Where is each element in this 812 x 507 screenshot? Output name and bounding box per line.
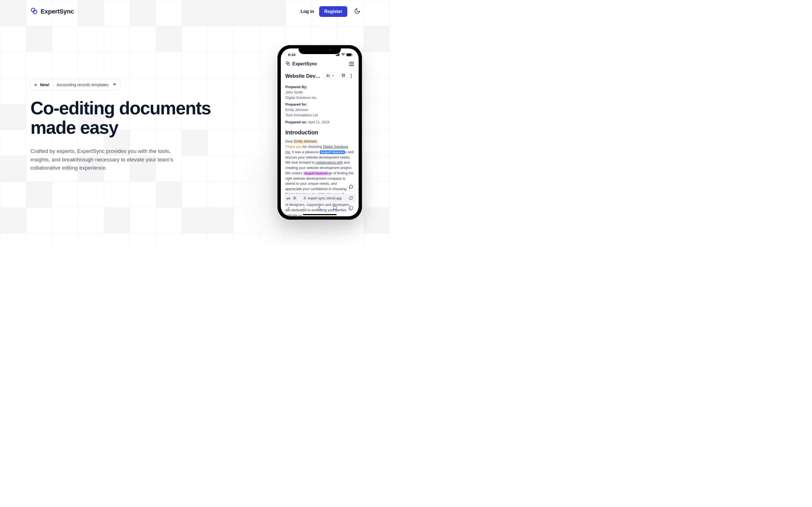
chevron-down-icon: [332, 74, 335, 78]
site-header: ExpertSync Log in Register: [0, 0, 393, 23]
svg-point-15: [351, 77, 352, 78]
lock-icon: [303, 196, 306, 200]
svg-point-13: [351, 74, 352, 75]
status-time: 8:34: [288, 53, 296, 57]
svg-rect-7: [347, 54, 351, 55]
prepared-for-name: Emily Johnson: [285, 107, 354, 113]
back-button[interactable]: [286, 206, 291, 212]
document-header: Website Devel…: [281, 70, 359, 83]
phone-mockup: 8:34 ExpertSync Web: [277, 45, 362, 220]
svg-rect-18: [293, 198, 294, 199]
svg-rect-16: [293, 196, 294, 198]
brand-logo-icon: [31, 7, 38, 16]
collaborator-cursor-1: Андрей Червоняк: [320, 151, 345, 154]
chat-button[interactable]: [347, 183, 355, 191]
hero-subtext: Crafted by experts, ExpertSync provides …: [31, 147, 188, 172]
svg-rect-8: [352, 54, 352, 55]
archive-button[interactable]: [340, 72, 347, 80]
users-icon: [326, 74, 330, 78]
hero: New! Accounting records templates Co-edi…: [0, 23, 214, 172]
app-brand-name: ExpertSync: [292, 61, 317, 66]
theme-toggle[interactable]: [352, 7, 362, 16]
prepared-for-label: Prepared for:: [285, 103, 308, 107]
hero-headline: Co-editing documents made easy: [31, 99, 214, 137]
browser-toolbar: [281, 203, 359, 214]
login-link[interactable]: Log in: [301, 9, 314, 14]
prepared-by-name: John Smith: [285, 90, 354, 95]
prepared-by-label: Prepared By:: [285, 85, 307, 89]
more-menu[interactable]: [350, 72, 353, 80]
home-indicator: [303, 214, 337, 215]
status-icons: [336, 53, 352, 56]
brand-name: ExpertSync: [41, 8, 74, 15]
svg-rect-20: [304, 198, 306, 199]
chat-icon: [349, 184, 353, 190]
dot-icon: [35, 84, 37, 86]
brand-logo-icon: [285, 61, 290, 67]
browser-url: expert-sync.vercel.app: [308, 196, 342, 200]
tabs-button[interactable]: [349, 206, 353, 212]
prepared-on-label: Prepared on:: [285, 120, 307, 124]
brand[interactable]: ExpertSync: [31, 7, 74, 16]
extensions-icon: [293, 196, 296, 201]
prepared-for-company: Tech Innovations Ltd.: [285, 113, 354, 118]
intro-heading: Introduction: [285, 128, 354, 136]
highlight-name: Emily Johnson: [294, 139, 317, 144]
reload-icon[interactable]: [349, 196, 353, 201]
svg-point-14: [351, 75, 352, 76]
svg-rect-17: [295, 196, 296, 198]
prepared-by-company: Digital Solutions Inc.: [285, 95, 354, 101]
bookmarks-button[interactable]: [333, 206, 338, 212]
share-button[interactable]: [324, 72, 337, 80]
menu-button[interactable]: [349, 62, 354, 66]
svg-rect-21: [350, 207, 353, 209]
document-title: Website Devel…: [285, 73, 321, 79]
svg-point-11: [327, 74, 328, 76]
svg-rect-12: [342, 74, 345, 75]
moon-icon: [354, 8, 360, 15]
svg-rect-4: [338, 54, 339, 56]
svg-rect-2: [336, 55, 337, 56]
prepared-on-value: April 11, 2024: [308, 120, 329, 124]
svg-rect-19: [295, 198, 296, 199]
archive-icon: [342, 73, 345, 78]
dots-vertical-icon: [351, 74, 352, 79]
forward-button[interactable]: [302, 206, 306, 212]
announcement-pill[interactable]: New! Accounting records templates: [31, 79, 121, 90]
app-brand[interactable]: ExpertSync: [285, 61, 317, 67]
phone-notch: [299, 46, 341, 54]
header-actions: Log in Register: [301, 6, 362, 17]
share-button[interactable]: [317, 206, 321, 212]
register-button[interactable]: Register: [319, 6, 347, 17]
battery-icon: [346, 53, 352, 56]
svg-rect-5: [339, 53, 340, 56]
arrow-right-icon: [112, 82, 116, 88]
highlight-thanks: Thank you: [285, 145, 302, 149]
app-header: ExpertSync: [281, 58, 359, 70]
pill-separator: [53, 82, 53, 87]
reader-icon: aA: [287, 197, 291, 200]
wifi-icon: [341, 53, 345, 56]
pill-new-badge: New!: [40, 82, 49, 87]
svg-rect-3: [337, 55, 338, 56]
collaborator-cursor-2: Андрей Червоняк: [303, 172, 328, 175]
browser-url-bar[interactable]: aA expert-sync.vercel.app: [284, 194, 356, 203]
pill-description: Accounting records templates: [56, 82, 108, 87]
